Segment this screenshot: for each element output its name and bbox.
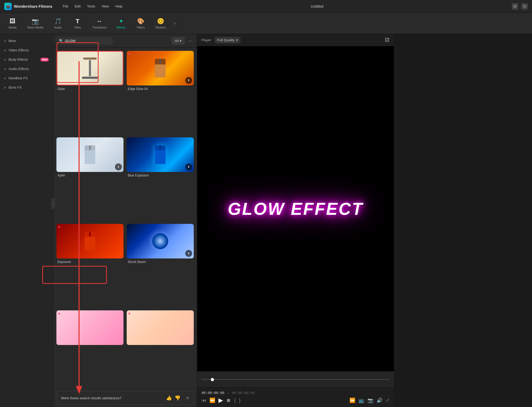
effect-thumb-apfel: ⬇	[56, 137, 123, 172]
preview-panel: Player Full Quality ▾ 🖼 GLOW EFFECT 00:0…	[197, 34, 394, 407]
screenshot-icon[interactable]: 🖼	[385, 37, 390, 43]
picture-in-picture-button[interactable]: 📺	[358, 397, 364, 403]
toolbar-stickers[interactable]: 😊 Stickers	[151, 16, 170, 31]
more-options-button[interactable]: ⋯	[187, 37, 194, 45]
effect-label-glow: Glow	[56, 87, 123, 91]
satisfaction-close-button[interactable]: ✕	[186, 396, 189, 401]
frame-back-button[interactable]: ⏩	[209, 397, 215, 403]
time-slider[interactable]	[201, 379, 390, 380]
effect-label-exposure: Exposure	[56, 260, 123, 264]
volume-button[interactable]: 🔊	[377, 397, 382, 403]
menu-tools[interactable]: Tools	[87, 4, 95, 8]
toolbar-audio[interactable]: 🎵 Audio	[49, 16, 67, 31]
effect-card-extra1[interactable]: ♥	[56, 310, 123, 388]
effect-card-edge-glow[interactable]: ♥ ⬇ Edge Glow 04	[127, 51, 194, 134]
titles-label: Titles	[74, 26, 81, 29]
heart-icon: ♥	[58, 225, 60, 229]
toolbar-effects[interactable]: ✦ Effects	[112, 16, 130, 31]
toolbar-more-button[interactable]: ›	[171, 20, 179, 27]
time-current: 00:00:00:00	[201, 391, 224, 395]
search-input[interactable]	[56, 37, 113, 45]
effect-card-extra2[interactable]: ♥	[127, 310, 194, 388]
audio-label: Audio	[54, 26, 61, 29]
stickers-label: Stickers	[155, 26, 166, 29]
effect-card-exposure[interactable]: ♥ Exposure	[56, 224, 123, 307]
preview-canvas: GLOW EFFECT	[197, 46, 394, 371]
preview-header: Player Full Quality ▾ 🖼	[197, 34, 394, 46]
effects-icon: ✦	[119, 18, 123, 25]
menu-file[interactable]: File	[63, 4, 68, 8]
play-button[interactable]: ▶	[218, 397, 223, 404]
effect-card-blue-explosion[interactable]: ⬇ Blue Explosion	[127, 137, 194, 221]
thumbs-up-button[interactable]: 👍	[166, 395, 172, 401]
toolbar-titles[interactable]: T Titles	[68, 16, 87, 31]
fullscreen-button[interactable]: ⏩	[349, 397, 355, 403]
sidebar-item-video-effects[interactable]: ▶ Video Effects	[0, 46, 53, 55]
effect-card-glow[interactable]: Glow	[56, 51, 123, 134]
stop-button[interactable]: ⏹	[226, 398, 231, 403]
toolbar-media[interactable]: 🖼 Media	[3, 16, 22, 31]
stock-media-label: Stock Media	[27, 26, 43, 29]
download-icon: ⬇	[115, 163, 122, 170]
download-icon: ⬇	[185, 163, 192, 170]
effect-card-apfel[interactable]: ⬇ Apfel	[56, 137, 123, 221]
effect-card-shock-beam[interactable]: ⬇ Shock Beam	[127, 224, 194, 307]
minimize-button[interactable]: ⊟	[512, 3, 518, 10]
preview-extra-controls: ⏩ 📺 📷 🔊 ⤢	[349, 397, 390, 403]
effect-label-apfel: Apfel	[56, 173, 123, 178]
quality-label: Full Quality	[217, 38, 234, 42]
maximize-button[interactable]: ⊡	[521, 3, 528, 10]
thumbs-down-button[interactable]: 👎	[175, 395, 180, 401]
effects-grid: Glow ♥ ⬇ Edge Glow 04	[53, 48, 197, 391]
preview-glow-text: GLOW EFFECT	[228, 199, 364, 219]
sidebar-item-boris-fx[interactable]: ▶ Boris FX	[0, 83, 53, 92]
left-area: ▶ Mine ▶ Video Effects ▶ Body Effects NE…	[0, 34, 197, 407]
main-content: ▶ Mine ▶ Video Effects ▶ Body Effects NE…	[0, 34, 532, 407]
quality-dropdown[interactable]: Full Quality ▾	[215, 37, 241, 43]
heart-icon: ♥	[128, 311, 130, 316]
menu-help[interactable]: Help	[115, 4, 122, 8]
player-label: Player	[201, 38, 211, 42]
filter-dropdown[interactable]: All ▾	[172, 37, 185, 45]
chevron-right-icon: ▶	[4, 77, 6, 80]
download-icon: ⬇	[185, 77, 192, 84]
expand-button[interactable]: ⤢	[386, 397, 390, 403]
chevron-right-icon: ▶	[4, 39, 6, 42]
titles-icon: T	[76, 18, 79, 25]
effects-label: Effects	[117, 26, 125, 29]
effect-thumb-shock-beam: ⬇	[127, 224, 194, 258]
window-controls: ⊟ ⊡	[512, 3, 528, 10]
audio-icon: 🎵	[54, 18, 61, 25]
time-total: 00:00:08:04	[232, 391, 255, 395]
menu-edit[interactable]: Edit	[75, 4, 81, 8]
quality-chevron-icon: ▾	[236, 38, 238, 42]
skip-back-button[interactable]: ⏮	[201, 398, 206, 403]
toolbar-transitions[interactable]: ↔ Transitions	[88, 16, 111, 31]
sidebar-item-mine[interactable]: ▶ Mine	[0, 36, 53, 46]
toolbar-filters[interactable]: 🎨 Filters	[131, 16, 150, 31]
media-icon: 🖼	[10, 18, 15, 25]
preview-control-buttons: ⏮ ⏩ ▶ ⏹ { } ⏩ 📺 📷 🔊 ⤢	[201, 397, 390, 404]
mark-out-button[interactable]: }	[239, 398, 241, 403]
effect-label-blue-explosion: Blue Explosion	[127, 173, 194, 178]
search-icon: 🔍	[59, 39, 63, 43]
effect-thumb-blue-explosion: ⬇	[127, 137, 194, 172]
sidebar-item-audio-effects[interactable]: ▶ Audio Effects	[0, 64, 53, 73]
sidebar-item-newblue-fx[interactable]: ▶ NewBlue FX	[0, 73, 53, 83]
window-title: Untitled	[128, 4, 506, 9]
sidebar-item-body-effects[interactable]: ▶ Body Effects NEW	[0, 55, 53, 64]
snapshot-button[interactable]: 📷	[368, 397, 373, 403]
preview-scrubber	[197, 371, 394, 387]
effects-search-bar: 🔍 All ▾ ⋯	[53, 34, 197, 48]
mark-in-button[interactable]: {	[234, 398, 236, 403]
media-label: Media	[9, 26, 17, 29]
effect-label-edge-glow: Edge Glow 04	[127, 87, 194, 91]
time-slider-thumb[interactable]	[211, 378, 214, 381]
toolbar-stock-media[interactable]: 📷 Stock Media	[23, 16, 48, 31]
effect-thumb-glow	[56, 51, 123, 85]
sidebar-collapse-button[interactable]: ‹	[51, 198, 55, 209]
transitions-icon: ↔	[96, 18, 102, 25]
satisfaction-bar: Were these search results satisfactory? …	[56, 391, 194, 405]
effect-label-shock-beam: Shock Beam	[127, 260, 194, 264]
menu-view[interactable]: View	[101, 4, 109, 8]
